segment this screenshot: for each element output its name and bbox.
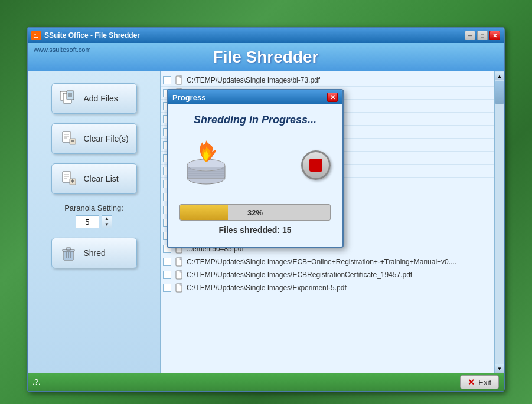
clear-files-label: Clear File(s) [84,134,129,143]
content-area: Add Files Clear File(s) [28,71,504,373]
title-controls: ─ □ ✕ [465,31,500,40]
svg-rect-26 [180,76,182,78]
title-bar-left: 🗂 SSuite Office - File Shredder [31,31,140,40]
file-icon [175,257,184,267]
files-shredded-label: Files shredded: [219,225,280,235]
clear-list-icon [59,169,78,188]
close-button[interactable]: ✕ [489,31,500,40]
file-checkbox[interactable] [163,76,171,84]
right-panel: C:\TEMP\Updates\Single Images\bi-73.pdf … [161,71,504,373]
file-icon [175,75,184,85]
spinner-down[interactable]: ▼ [102,222,112,228]
spinner-up[interactable]: ▲ [102,216,112,222]
file-path: C:\TEMP\Updates\Single Images\ECBRegistr… [187,271,412,279]
paranoia-label: Paranoia Setting: [64,203,123,212]
window-title: SSuite Office - File Shredder [44,31,140,40]
add-files-label: Add Files [84,94,118,103]
file-icon [175,270,184,280]
svg-rect-56 [180,271,182,272]
paranoia-section: Paranoia Setting: ▲ ▼ [64,203,123,228]
file-path: C:\TEMP\Updates\Single Images\bi-73.pdf [187,76,320,84]
app-url: www.ssuitesoft.com [34,46,91,53]
app-header: www.ssuitesoft.com File Shredder [28,43,504,71]
minimize-button[interactable]: ─ [465,31,475,40]
shred-label: Shred [84,248,106,258]
file-list-item[interactable]: C:\TEMP\Updates\Single Images\ECB+Online… [161,255,494,268]
clear-list-label: Clear List [84,174,119,183]
fire-icon [179,136,233,195]
exit-label: Exit [478,378,491,387]
files-shredded: Files shredded: 15 [179,225,331,235]
app-title: File Shredder [28,48,504,67]
main-window: 🗂 SSuite Office - File Shredder ─ □ ✕ ww… [27,27,505,392]
exit-button[interactable]: ✕ Exit [460,375,499,389]
shred-button[interactable]: Shred [51,238,137,268]
file-checkbox[interactable] [163,258,171,266]
app-icon: 🗂 [31,31,41,40]
scroll-up-arrow[interactable]: ▲ [495,72,504,80]
file-path: C:\TEMP\Updates\Single Images\ECB+Online… [187,258,456,266]
file-list-item[interactable]: C:\TEMP\Updates\Single Images\ECBRegistr… [161,268,494,281]
progress-dialog: Progress ✕ Shredding in Progress... [167,89,344,248]
stop-icon [309,159,322,172]
file-checkbox[interactable] [163,271,171,279]
clear-files-icon [59,129,78,148]
title-bar: 🗂 SSuite Office - File Shredder ─ □ ✕ [28,28,504,43]
scrollbar[interactable]: ▲ ▼ [494,71,504,373]
svg-rect-10 [70,139,76,144]
progress-bar-container: 32% [179,204,331,221]
svg-rect-58 [180,284,182,285]
maximize-button[interactable]: □ [477,31,488,40]
scroll-down-arrow[interactable]: ▼ [495,364,504,373]
status-text: .?. [32,378,40,386]
svg-rect-21 [66,248,71,250]
svg-rect-54 [180,258,182,260]
file-checkbox[interactable] [163,284,171,292]
progress-title: Progress [172,93,205,102]
progress-close-button[interactable]: ✕ [327,93,338,102]
exit-x-icon: ✕ [468,377,475,387]
add-files-icon [59,89,78,108]
status-bar: .?. ✕ Exit [28,373,504,391]
file-list-item[interactable]: C:\TEMP\Updates\Single Images\bi-73.pdf [161,74,494,87]
paranoia-spinner[interactable]: ▲ ▼ [102,215,112,228]
file-path: C:\TEMP\Updates\Single Images\Experiment… [187,284,347,292]
stop-button[interactable] [301,150,331,180]
add-files-button[interactable]: Add Files [51,83,137,114]
paranoia-controls: ▲ ▼ [76,215,112,228]
left-panel: Add Files Clear File(s) [28,71,161,373]
scroll-thumb[interactable] [495,81,504,104]
file-list-item[interactable]: C:\TEMP\Updates\Single Images\Experiment… [161,281,494,294]
progress-content: Shredding in Progress... [168,104,342,247]
paranoia-input[interactable] [76,215,99,228]
shred-icon [59,244,78,262]
progress-title-bar: Progress ✕ [168,90,342,104]
progress-main [179,136,331,195]
clear-files-button[interactable]: Clear File(s) [51,123,137,154]
file-icon [175,283,184,293]
progress-message: Shredding in Progress... [179,114,331,126]
clear-list-button[interactable]: Clear List [51,163,137,194]
progress-percent: 32% [180,205,330,220]
files-shredded-count: 15 [282,225,292,235]
